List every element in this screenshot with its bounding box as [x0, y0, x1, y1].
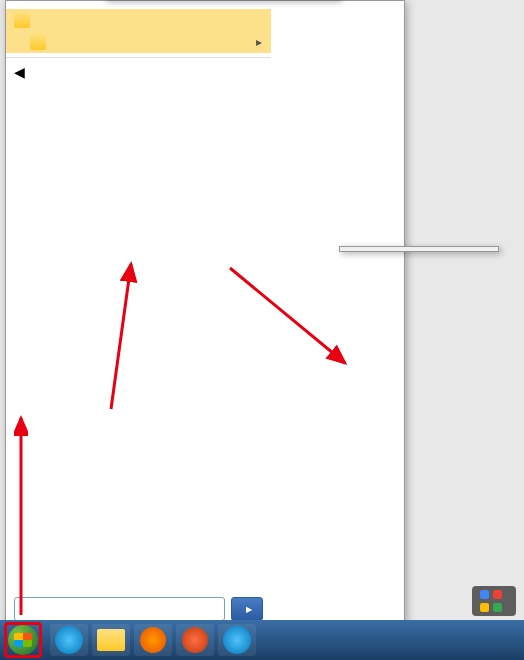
start-button[interactable] [4, 622, 42, 658]
ie-icon [223, 626, 251, 654]
firefox-icon [182, 627, 208, 653]
start-menu-left-panel: ▸ ◀ ▶ [6, 1, 271, 629]
sendto-submenu [339, 246, 499, 252]
chevron-right-icon: ▸ [255, 35, 263, 49]
watermark [472, 586, 516, 616]
ie-icon [55, 626, 83, 654]
folder-icon [30, 34, 46, 50]
start-menu: ▸ ◀ ▶ [5, 0, 405, 630]
taskbar-media-player[interactable] [134, 624, 172, 656]
background-file-snippets [394, 0, 514, 130]
taskbar-explorer[interactable] [92, 624, 130, 656]
media-player-icon [140, 627, 166, 653]
shutdown-button[interactable]: ▶ [231, 597, 263, 621]
folder-icon [14, 12, 30, 28]
taskbar-ie[interactable] [50, 624, 88, 656]
wps-office-folder[interactable] [6, 9, 271, 31]
taskbar [0, 620, 524, 660]
taskbar-ie-2[interactable] [218, 624, 256, 656]
back-button[interactable]: ◀ [6, 57, 271, 86]
taskbar-firefox[interactable] [176, 624, 214, 656]
windows-orb-icon [8, 625, 38, 655]
explorer-icon [97, 629, 125, 651]
back-arrow-icon: ◀ [14, 64, 25, 80]
watermark-logo-icon [480, 590, 502, 612]
wps-office-tools-folder[interactable]: ▸ [6, 31, 271, 53]
chevron-right-icon: ▶ [246, 605, 252, 614]
search-input[interactable] [14, 597, 225, 621]
